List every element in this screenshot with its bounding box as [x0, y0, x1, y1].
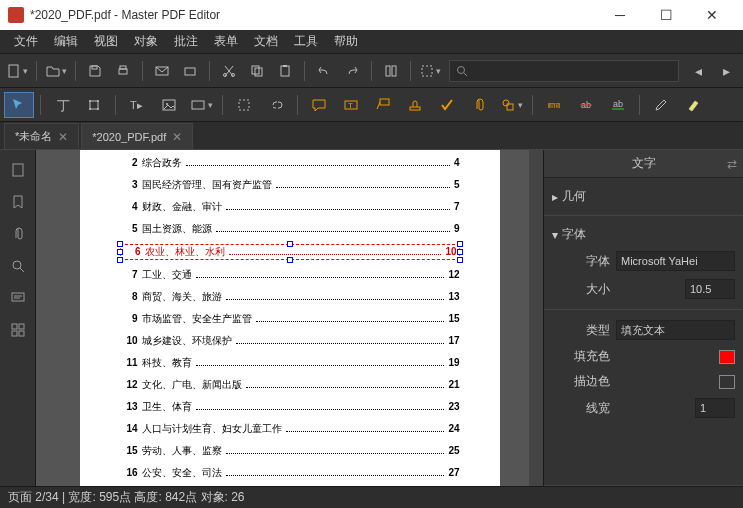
toolbar-main: ▾ ▾ ▾ ◂ ▸ — [0, 54, 743, 88]
note-tool[interactable] — [304, 92, 334, 118]
search-panel-button[interactable] — [4, 252, 32, 280]
shapes-tool[interactable]: ▾ — [496, 92, 526, 118]
signatures-button[interactable] — [4, 316, 32, 344]
menu-编辑[interactable]: 编辑 — [46, 30, 86, 53]
statusbar: 页面 2/34 | 宽度: 595点 高度: 842点 对象: 26 — [0, 486, 743, 508]
vertical-scrollbar[interactable] — [529, 150, 543, 486]
font-section[interactable]: ▾ 字体 — [552, 222, 735, 247]
menu-文档[interactable]: 文档 — [246, 30, 286, 53]
tab[interactable]: *未命名✕ — [4, 123, 79, 149]
image-tool[interactable] — [154, 92, 184, 118]
open-button[interactable]: ▾ — [43, 58, 69, 84]
geometry-section[interactable]: ▸ 几何 — [552, 184, 735, 209]
stroke-color-swatch[interactable] — [719, 375, 735, 389]
toc-line[interactable]: 14 人口与计划生育、妇女儿童工作24 — [120, 422, 460, 436]
app-logo-icon — [8, 7, 24, 23]
pencil-tool[interactable] — [646, 92, 676, 118]
toc-line[interactable]: 6 农业、林业、水利10 — [120, 244, 460, 260]
menu-批注[interactable]: 批注 — [166, 30, 206, 53]
page-layout-button[interactable] — [378, 58, 404, 84]
check-tool[interactable] — [432, 92, 462, 118]
selection-handle[interactable] — [117, 249, 123, 255]
selection-handle[interactable] — [117, 241, 123, 247]
cut-button[interactable] — [216, 58, 242, 84]
menu-对象[interactable]: 对象 — [126, 30, 166, 53]
maximize-button[interactable]: ☐ — [643, 0, 689, 30]
toc-line[interactable]: 2 综合政务4 — [120, 156, 460, 170]
select-area-tool[interactable] — [229, 92, 259, 118]
tab-close-icon[interactable]: ✕ — [172, 130, 182, 144]
toc-line[interactable]: 9 市场监管、安全生产监管15 — [120, 312, 460, 326]
new-button[interactable]: ▾ — [4, 58, 30, 84]
menu-工具[interactable]: 工具 — [286, 30, 326, 53]
highlight-tool[interactable]: ab — [539, 92, 569, 118]
callout-tool[interactable] — [368, 92, 398, 118]
menu-表单[interactable]: 表单 — [206, 30, 246, 53]
form-tool[interactable]: ▾ — [186, 92, 216, 118]
toc-line[interactable]: 16 公安、安全、司法27 — [120, 466, 460, 480]
toc-line[interactable]: 11 科技、教育19 — [120, 356, 460, 370]
paste-button[interactable] — [272, 58, 298, 84]
search-input[interactable] — [449, 60, 679, 82]
type-value[interactable]: 填充文本 — [616, 320, 735, 340]
fill-color-swatch[interactable] — [719, 350, 735, 364]
tab-close-icon[interactable]: ✕ — [58, 130, 68, 144]
menu-视图[interactable]: 视图 — [86, 30, 126, 53]
bookmarks-button[interactable] — [4, 188, 32, 216]
tab[interactable]: *2020_PDF.pdf✕ — [81, 123, 193, 149]
search-next-button[interactable]: ▸ — [713, 58, 739, 84]
text-annot-tool[interactable]: T▸ — [122, 92, 152, 118]
selection-handle[interactable] — [457, 241, 463, 247]
svg-rect-12 — [386, 66, 390, 76]
undo-button[interactable] — [311, 58, 337, 84]
size-value[interactable]: 10.5 — [685, 279, 735, 299]
selection-handle[interactable] — [287, 257, 293, 263]
pdf-page[interactable]: 2 综合政务43 国民经济管理、国有资产监管54 财政、金融、审计75 国土资源… — [80, 150, 500, 486]
stamp-tool[interactable] — [400, 92, 430, 118]
toc-line[interactable]: 15 劳动、人事、监察25 — [120, 444, 460, 458]
selection-handle[interactable] — [287, 241, 293, 247]
panel-options-icon[interactable]: ⇄ — [727, 157, 737, 171]
attach-tool[interactable] — [464, 92, 494, 118]
print-button[interactable] — [110, 58, 136, 84]
redo-button[interactable] — [339, 58, 365, 84]
email-button[interactable] — [149, 58, 175, 84]
highlighter-tool[interactable] — [678, 92, 708, 118]
selection-handle[interactable] — [457, 257, 463, 263]
search-prev-button[interactable]: ◂ — [685, 58, 711, 84]
minimize-button[interactable]: ─ — [597, 0, 643, 30]
toc-line[interactable]: 5 国土资源、能源9 — [120, 222, 460, 236]
font-value[interactable]: Microsoft YaHei — [616, 251, 735, 271]
svg-rect-5 — [185, 68, 195, 75]
linewidth-value[interactable]: 1 — [695, 398, 735, 418]
copy-button[interactable] — [244, 58, 270, 84]
scan-button[interactable] — [177, 58, 203, 84]
link-tool[interactable] — [261, 92, 291, 118]
save-button[interactable] — [82, 58, 108, 84]
menu-帮助[interactable]: 帮助 — [326, 30, 366, 53]
toc-line[interactable]: 13 卫生、体育23 — [120, 400, 460, 414]
toc-line[interactable]: 3 国民经济管理、国有资产监管5 — [120, 178, 460, 192]
edit-object-tool[interactable] — [79, 92, 109, 118]
thumbnails-button[interactable] — [4, 156, 32, 184]
strikeout-tool[interactable]: ab — [571, 92, 601, 118]
toc-line[interactable]: 7 工业、交通12 — [120, 268, 460, 282]
toc-line[interactable]: 8 商贸、海关、旅游13 — [120, 290, 460, 304]
textbox-tool[interactable]: T — [336, 92, 366, 118]
selection-handle[interactable] — [457, 249, 463, 255]
svg-rect-47 — [19, 331, 24, 336]
document-area[interactable]: 2 综合政务43 国民经济管理、国有资产监管54 财政、金融、审计75 国土资源… — [36, 150, 543, 486]
toc-line[interactable]: 10 城乡建设、环境保护17 — [120, 334, 460, 348]
attachments-button[interactable] — [4, 220, 32, 248]
zoom-button[interactable]: ▾ — [417, 58, 443, 84]
toc-line[interactable]: 12 文化、广电、新闻出版21 — [120, 378, 460, 392]
comments-button[interactable] — [4, 284, 32, 312]
toc-line[interactable]: 4 财政、金融、审计7 — [120, 200, 460, 214]
text-tool[interactable]: 丁 — [47, 92, 77, 118]
panel-header: 文字 ⇄ — [544, 150, 743, 178]
selection-handle[interactable] — [117, 257, 123, 263]
menu-文件[interactable]: 文件 — [6, 30, 46, 53]
select-tool[interactable] — [4, 92, 34, 118]
underline-tool[interactable]: ab — [603, 92, 633, 118]
close-button[interactable]: ✕ — [689, 0, 735, 30]
